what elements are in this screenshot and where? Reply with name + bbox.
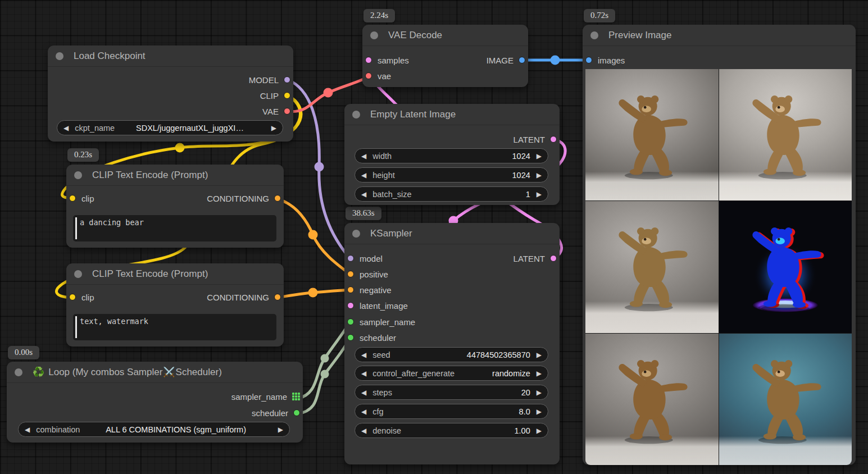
node-title-bar[interactable]: VAE Decode — [362, 25, 528, 46]
steps-widget[interactable]: ◀ steps 20 ▶ — [355, 385, 548, 400]
reroute-dot[interactable] — [324, 88, 333, 98]
left-arrow-icon[interactable]: ◀ — [355, 190, 372, 198]
node-title-bar[interactable]: ♻️Loop (My combos Sampler⚔️Scheduler) — [7, 362, 303, 383]
output-port-scheduler[interactable]: scheduler — [252, 406, 300, 420]
scheduler-port-icon[interactable] — [347, 334, 354, 341]
output-port-sampler-name[interactable]: sampler_name — [231, 390, 300, 403]
collapse-dot[interactable] — [590, 31, 598, 39]
input-port-scheduler[interactable]: scheduler — [347, 331, 396, 344]
right-arrow-icon[interactable]: ▶ — [530, 408, 548, 416]
denoise-widget[interactable]: ◀ denoise 1.00 ▶ — [355, 423, 548, 438]
collapse-dot[interactable] — [352, 230, 360, 238]
node-title-bar[interactable]: KSampler — [344, 223, 560, 244]
preview-image-cell[interactable] — [719, 334, 852, 465]
reroute-dot[interactable] — [551, 56, 560, 65]
width-widget[interactable]: ◀ width 1024 ▶ — [355, 148, 548, 163]
output-port-vae[interactable]: VAE — [262, 104, 290, 118]
left-arrow-icon[interactable]: ◀ — [355, 408, 372, 416]
vae-port-icon[interactable] — [365, 72, 372, 79]
left-arrow-icon[interactable]: ◀ — [355, 389, 372, 396]
node-clip-text-encode-negative[interactable]: CLIP Text Encode (Prompt) clip CONDITION… — [66, 263, 284, 347]
collapse-dot[interactable] — [74, 171, 82, 179]
output-port-latent[interactable]: LATENT — [513, 133, 557, 146]
conditioning-port-icon[interactable] — [347, 271, 354, 277]
preview-image-cell[interactable] — [585, 69, 719, 200]
conditioning-port-icon[interactable] — [274, 294, 281, 300]
node-ksampler[interactable]: KSampler model positive negative latent_… — [344, 223, 560, 464]
control-after-generate-widget[interactable]: ◀ control_after_generate randomize ▶ — [355, 366, 548, 381]
left-arrow-icon[interactable]: ◀ — [355, 427, 372, 435]
input-port-sampler-name[interactable]: sampler_name — [347, 315, 415, 329]
node-title-bar[interactable]: Empty Latent Image — [344, 104, 560, 125]
clip-port-icon[interactable] — [69, 294, 76, 300]
image-port-icon[interactable] — [585, 57, 592, 63]
input-port-vae[interactable]: vae — [365, 69, 391, 83]
conditioning-port-icon[interactable] — [347, 286, 354, 293]
latent-port-icon[interactable] — [550, 136, 557, 143]
right-arrow-icon[interactable]: ▶ — [530, 370, 548, 377]
node-loop-sampler-scheduler[interactable]: ♻️Loop (My combos Sampler⚔️Scheduler) sa… — [7, 362, 303, 443]
collapse-dot[interactable] — [56, 52, 63, 60]
node-vae-decode[interactable]: VAE Decode samples vae IMAGE — [362, 25, 528, 87]
ckpt-name-widget[interactable]: ◀ ckpt_name SDXL/juggernautXL_juggXI… ▶ — [57, 120, 283, 135]
height-widget[interactable]: ◀ height 1024 ▶ — [355, 167, 548, 183]
left-arrow-icon[interactable]: ◀ — [355, 351, 372, 359]
latent-port-icon[interactable] — [365, 57, 372, 63]
batch-size-widget[interactable]: ◀ batch_size 1 ▶ — [355, 186, 548, 202]
prompt-text-input[interactable]: a dancing bear — [73, 215, 276, 241]
prompt-text-input[interactable]: text, watermark — [73, 314, 276, 340]
right-arrow-icon[interactable]: ▶ — [530, 190, 548, 198]
collapse-dot[interactable] — [74, 270, 82, 278]
node-title-bar[interactable]: Load Checkpoint — [48, 45, 293, 67]
conditioning-port-icon[interactable] — [274, 195, 281, 202]
output-port-conditioning[interactable]: CONDITIONING — [207, 290, 281, 304]
reroute-dot[interactable] — [315, 162, 324, 172]
clip-port-icon[interactable] — [284, 92, 290, 99]
preview-image-cell[interactable] — [719, 201, 852, 332]
left-arrow-icon[interactable]: ◀ — [355, 171, 372, 179]
combination-widget[interactable]: ◀ combination ALL 6 COMBINATIONS (sgm_un… — [18, 422, 290, 437]
right-arrow-icon[interactable]: ▶ — [530, 171, 548, 179]
collapse-dot[interactable] — [15, 368, 22, 376]
combo-grid-icon[interactable] — [292, 393, 300, 400]
node-graph-canvas[interactable]: 2.24s 0.72s 0.23s 38.63s 0.00s Load Chec… — [0, 0, 868, 474]
image-port-icon[interactable] — [519, 57, 525, 63]
seed-widget[interactable]: ◀ seed 44784502365870 ▶ — [355, 347, 548, 362]
clip-port-icon[interactable] — [69, 195, 76, 202]
vae-port-icon[interactable] — [284, 108, 290, 115]
right-arrow-icon[interactable]: ▶ — [530, 427, 548, 435]
scheduler-port-icon[interactable] — [293, 409, 300, 416]
node-title-bar[interactable]: CLIP Text Encode (Prompt) — [66, 263, 284, 285]
cfg-widget[interactable]: ◀ cfg 8.0 ▶ — [355, 404, 548, 419]
input-port-latent-image[interactable]: latent_image — [347, 299, 408, 312]
collapse-dot[interactable] — [370, 31, 378, 39]
output-port-image[interactable]: IMAGE — [487, 53, 525, 67]
output-port-model[interactable]: MODEL — [249, 73, 290, 86]
input-port-model[interactable]: model — [347, 252, 383, 265]
left-arrow-icon[interactable]: ◀ — [355, 370, 372, 377]
preview-image-cell[interactable] — [719, 69, 852, 200]
input-port-negative[interactable]: negative — [347, 283, 392, 297]
model-port-icon[interactable] — [347, 255, 354, 262]
preview-image-cell[interactable] — [585, 334, 719, 465]
reroute-dot[interactable] — [308, 288, 318, 298]
collapse-dot[interactable] — [352, 111, 360, 118]
node-title-bar[interactable]: CLIP Text Encode (Prompt) — [66, 165, 284, 186]
sampler-port-icon[interactable] — [347, 318, 354, 325]
output-port-latent[interactable]: LATENT — [513, 252, 557, 265]
node-title-bar[interactable]: Preview Image — [583, 25, 856, 46]
latent-port-icon[interactable] — [347, 302, 354, 309]
preview-image-cell[interactable] — [585, 201, 719, 332]
input-port-samples[interactable]: samples — [365, 53, 409, 67]
node-clip-text-encode-positive[interactable]: CLIP Text Encode (Prompt) clip CONDITION… — [66, 165, 284, 248]
input-port-images[interactable]: images — [585, 53, 625, 67]
output-port-conditioning[interactable]: CONDITIONING — [207, 192, 281, 205]
left-arrow-icon[interactable]: ◀ — [57, 124, 75, 132]
right-arrow-icon[interactable]: ▶ — [272, 426, 289, 434]
input-port-clip[interactable]: clip — [69, 192, 94, 205]
node-empty-latent-image[interactable]: Empty Latent Image LATENT ◀ width 1024 ▶… — [344, 104, 560, 205]
reroute-dot[interactable] — [321, 370, 329, 379]
right-arrow-icon[interactable]: ▶ — [530, 351, 548, 359]
node-load-checkpoint[interactable]: Load Checkpoint MODEL CLIP VAE ◀ ckpt_na… — [48, 45, 293, 142]
left-arrow-icon[interactable]: ◀ — [355, 152, 372, 160]
